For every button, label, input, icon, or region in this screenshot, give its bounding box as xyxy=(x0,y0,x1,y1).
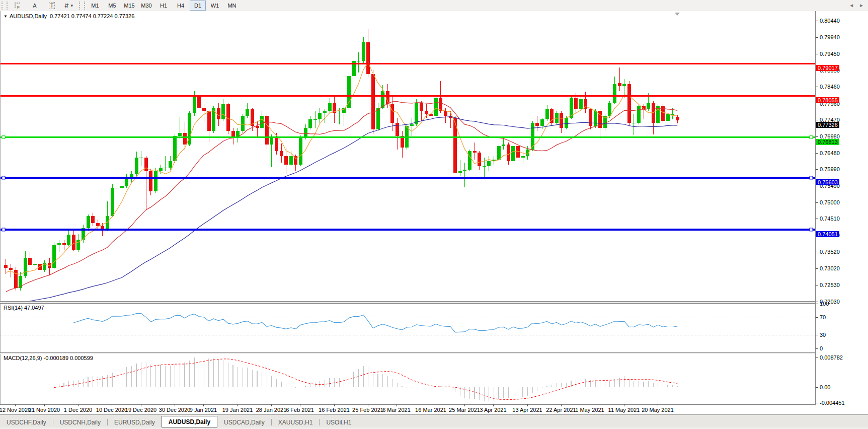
date-tick xyxy=(175,404,175,406)
toolbar-drag-handle[interactable] xyxy=(2,2,8,10)
date-label: 6 Mar 2021 xyxy=(382,407,411,413)
chart-tab-audusd[interactable]: AUDUSD,Daily xyxy=(162,416,217,427)
date-label: 6 Feb 2021 xyxy=(286,407,314,413)
price-tick: 0.74510 xyxy=(820,216,840,222)
candlestick-chart[interactable] xyxy=(1,11,816,301)
rsi-panel[interactable]: RSI(14) 47.0497 xyxy=(0,304,816,352)
timeframe-button-h4[interactable]: H4 xyxy=(173,1,189,11)
label-tool-icon[interactable]: T xyxy=(44,1,60,11)
date-label: 25 Feb 2021 xyxy=(352,407,383,413)
tab-scroll-left-icon[interactable]: ◄ xyxy=(849,3,854,8)
timeframe-button-w1[interactable]: W1 xyxy=(207,1,223,11)
chart-tab-bar: USDCHF,DailyUSDCNH,DailyEURUSD,DailyAUDU… xyxy=(0,415,868,427)
candles xyxy=(4,29,679,291)
date-tick xyxy=(203,404,204,406)
line-handle-right[interactable] xyxy=(810,136,813,139)
toolbar-drag-handle-2[interactable] xyxy=(79,2,85,10)
chart-shift-marker[interactable] xyxy=(675,13,680,16)
timeframe-button-d1[interactable]: D1 xyxy=(190,1,206,11)
date-label: 28 Jan 2021 xyxy=(256,407,287,413)
fibonacci-tool-icon[interactable]: F xyxy=(10,1,26,11)
date-label: 19 Dec 2020 xyxy=(125,407,156,413)
chart-symbol-title: ▼AUDUSD,Daily 0.77421 0.77474 0.77224 0.… xyxy=(4,13,134,19)
horizontal-line-0.75603[interactable] xyxy=(1,176,816,179)
ohlc-high: 0.77474 xyxy=(71,13,92,19)
macd-panel[interactable]: MACD(12,26,9) -0.000189 0.000599 xyxy=(0,354,816,404)
timeframe-button-h1[interactable]: H1 xyxy=(155,1,172,11)
ohlc-open: 0.77421 xyxy=(50,13,70,19)
date-tick xyxy=(300,404,300,406)
date-tick xyxy=(112,404,112,406)
tab-divider xyxy=(358,419,358,425)
timeframe-button-m5[interactable]: M5 xyxy=(104,1,120,11)
dropdown-caret-icon[interactable]: ▼ xyxy=(70,4,74,8)
date-tick xyxy=(78,404,78,406)
horizontal-line-0.74051[interactable] xyxy=(1,228,816,231)
date-label: 1 May 2021 xyxy=(575,407,604,413)
price-tick: 0.73520 xyxy=(820,249,840,255)
chart-tab-usdcnh[interactable]: USDCNH,Daily xyxy=(53,417,107,427)
timeframe-button-m15[interactable]: M15 xyxy=(121,1,137,11)
date-label: 9 Jan 2021 xyxy=(190,407,217,413)
timeframe-button-m30[interactable]: M30 xyxy=(138,1,154,11)
top-toolbar: F A T ⇵ ▼ M1M5M15M30H1H4D1W1MN xyxy=(0,0,868,12)
ohlc-low: 0.77224 xyxy=(93,13,113,19)
timeframe-button-m1[interactable]: M1 xyxy=(87,1,103,11)
date-tick xyxy=(397,404,397,406)
line-handle-left[interactable] xyxy=(2,228,5,231)
line-handle-right[interactable] xyxy=(810,228,813,231)
date-label: 12 Nov 2020 xyxy=(0,407,31,413)
symbol-dropdown-icon[interactable]: ▼ xyxy=(4,14,8,19)
chart-tab-usdcad[interactable]: USDCAD,Daily xyxy=(217,417,271,427)
chart-tab-usdchf[interactable]: USDCHF,Daily xyxy=(0,417,53,427)
date-label: 13 Apr 2021 xyxy=(512,407,542,413)
date-label: 11 May 2021 xyxy=(608,407,640,413)
price-tick: 0.72530 xyxy=(820,282,840,288)
line-handle-left[interactable] xyxy=(2,136,5,139)
macd-tick: 0.008782 xyxy=(820,354,843,361)
date-label: 20 May 2021 xyxy=(642,407,674,413)
ma-slow-line xyxy=(6,117,677,302)
date-tick xyxy=(658,404,658,406)
date-tick xyxy=(464,404,465,406)
date-label: 1 Dec 2020 xyxy=(64,407,92,413)
ma-mid-line xyxy=(6,102,677,292)
arrows-tool-icon[interactable]: ⇵ ▼ xyxy=(61,1,77,11)
date-label: 16 Feb 2021 xyxy=(319,407,350,413)
date-tick xyxy=(624,404,624,406)
macd-chart[interactable] xyxy=(1,354,816,404)
macd-indicator-label: MACD(12,26,9) -0.000189 0.000599 xyxy=(4,355,93,361)
rsi-indicator-label: RSI(14) 47.0497 xyxy=(4,305,44,311)
line-handle-left[interactable] xyxy=(2,176,5,179)
date-tick xyxy=(334,404,335,406)
tab-scroll-right-icon[interactable]: ► xyxy=(859,3,864,8)
chart-tab-eurusd[interactable]: EURUSD,Daily xyxy=(108,417,162,427)
date-tick xyxy=(271,404,272,406)
macd-signal-line xyxy=(54,359,677,400)
rsi-tick: 30 xyxy=(820,332,826,338)
date-tick xyxy=(493,404,494,406)
date-label: 19 Jan 2021 xyxy=(222,407,253,413)
rsi-chart[interactable] xyxy=(1,304,816,352)
price-tick: 0.79940 xyxy=(820,34,840,40)
time-axis[interactable]: 12 Nov 202021 Nov 20201 Dec 202010 Dec 2… xyxy=(0,405,868,414)
chart-tab-usoil[interactable]: USOil,H1 xyxy=(320,417,358,427)
grid-dots-icon: F xyxy=(14,2,21,9)
rsi-tick: 100 xyxy=(820,301,829,307)
date-tick xyxy=(15,404,16,406)
price-axis[interactable]: 0.804400.799400.794500.789500.784600.779… xyxy=(815,11,868,405)
date-tick xyxy=(141,404,141,406)
line-handle-right[interactable] xyxy=(810,176,813,179)
line-price-label: 0.76813 xyxy=(816,139,839,145)
symbol-label: AUDUSD,Daily xyxy=(10,13,47,19)
date-label: 22 Apr 2021 xyxy=(546,407,576,413)
line-price-label: 0.75603 xyxy=(816,179,839,185)
price-tick: 0.76480 xyxy=(820,150,840,156)
price-chart-panel[interactable]: ▼AUDUSD,Daily 0.77421 0.77474 0.77224 0.… xyxy=(0,11,816,301)
date-label: 21 Nov 2020 xyxy=(29,407,60,413)
price-tick: 0.80440 xyxy=(820,18,840,24)
text-tool-icon[interactable]: A xyxy=(27,1,43,11)
timeframe-button-mn[interactable]: MN xyxy=(224,1,240,11)
price-tick: 0.75000 xyxy=(820,199,840,205)
chart-tab-xauusd[interactable]: XAUUSD,H1 xyxy=(272,417,320,427)
